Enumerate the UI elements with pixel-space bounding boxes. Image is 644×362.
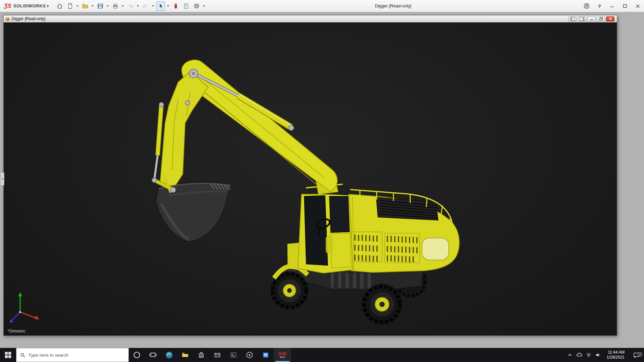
app-window-title: Digger [Read-only] (351, 0, 435, 12)
help-button[interactable]: ? (593, 0, 606, 12)
brand-name: SOLIDWORKS (13, 3, 46, 8)
store-icon (197, 351, 205, 359)
viewport-3d[interactable]: *Dimetric (4, 22, 617, 336)
chevron-up-icon (567, 352, 573, 358)
wifi-icon (586, 352, 592, 358)
open-folder-icon (82, 3, 89, 9)
doc-close-button[interactable] (606, 16, 614, 21)
rebuild-button[interactable] (171, 1, 180, 11)
cloud-icon (576, 352, 582, 358)
dropdown-caret-icon[interactable] (152, 1, 155, 11)
wheel-rear[interactable] (362, 284, 402, 325)
search-icon (20, 352, 25, 358)
blue-app-icon (262, 351, 270, 359)
account-button[interactable] (580, 0, 593, 12)
solidworks-app-icon: SW (278, 351, 287, 356)
view-orientation-label: *Dimetric (8, 328, 25, 334)
home-button[interactable] (55, 1, 64, 11)
doc-minimize-button[interactable] (587, 16, 596, 21)
edge-button[interactable] (161, 348, 177, 362)
clock-date: 1/29/2021 (607, 355, 625, 360)
app-minimize-button[interactable] (606, 0, 619, 12)
triad-x-axis (20, 312, 39, 319)
dropdown-caret-icon[interactable] (91, 1, 94, 11)
close-icon (636, 4, 640, 8)
close-icon (609, 17, 612, 20)
app-maximize-button[interactable] (619, 0, 631, 12)
search-input[interactable] (29, 353, 125, 358)
undo-button[interactable] (126, 1, 135, 11)
assembly-document-icon (5, 16, 10, 21)
doc-pane-right-button[interactable] (578, 16, 586, 21)
redo-button[interactable] (141, 1, 150, 11)
store-button[interactable] (193, 348, 209, 362)
hexagon-app-button[interactable] (241, 348, 258, 362)
cortana-icon (133, 351, 141, 359)
blue-app-button[interactable] (258, 348, 274, 362)
document-window: Digger [Read-only] (3, 15, 617, 336)
mail-icon (213, 351, 221, 359)
new-document-icon (67, 3, 73, 9)
file-explorer-button[interactable] (177, 348, 193, 362)
rebuild-icon (172, 3, 179, 9)
excavator-model[interactable] (4, 22, 617, 336)
doc-pane-left-button[interactable] (569, 16, 577, 21)
document-titlebar[interactable]: Digger [Read-only] (4, 15, 617, 22)
dipper-arm[interactable] (160, 71, 208, 190)
start-button[interactable] (0, 348, 16, 362)
edge-icon (165, 351, 173, 359)
document-title: Digger [Read-only] (12, 16, 45, 21)
onedrive-button[interactable] (575, 352, 584, 358)
taskbar-search[interactable] (16, 348, 129, 362)
pane-right-icon (580, 17, 585, 21)
mail-button[interactable] (209, 348, 225, 362)
select-button[interactable] (156, 1, 165, 11)
cab[interactable] (298, 183, 353, 273)
dropdown-caret-icon[interactable] (121, 1, 124, 11)
dropdown-caret-icon[interactable] (167, 1, 170, 11)
options-button[interactable] (192, 1, 201, 11)
open-button[interactable] (81, 1, 90, 11)
print-icon (112, 3, 119, 9)
bucket[interactable] (156, 183, 230, 241)
task-view-button[interactable] (145, 348, 161, 362)
boom-apex-pin-center (192, 72, 195, 75)
clock-time: 11:44 AM (608, 350, 625, 355)
home-icon (56, 3, 63, 9)
brand-expand-icon[interactable] (46, 0, 51, 12)
minimize-icon (590, 17, 594, 20)
volume-button[interactable] (593, 352, 603, 358)
taskbar: SW 2021 (0, 348, 644, 362)
solidworks-brand[interactable]: ƷS SOLIDWORKS (0, 3, 46, 9)
network-button[interactable] (584, 352, 593, 358)
help-icon: ? (598, 3, 601, 9)
hidden-icons-button[interactable] (565, 352, 575, 358)
save-button[interactable] (96, 1, 105, 11)
cortana-button[interactable] (129, 348, 145, 362)
restore-icon (599, 17, 603, 20)
titlebar-controls: ? (580, 0, 644, 12)
action-center-button[interactable]: 2 (629, 352, 644, 358)
dropdown-caret-icon[interactable] (106, 1, 109, 11)
solidworks-taskbar-button[interactable]: SW 2021 (274, 348, 291, 362)
collapsed-panel-tab[interactable] (1, 172, 4, 186)
dipper-pin (185, 101, 190, 105)
maximize-icon (623, 4, 627, 8)
document-window-controls (569, 16, 615, 21)
doc-restore-button[interactable] (597, 16, 605, 21)
dropdown-caret-icon[interactable] (137, 1, 140, 11)
redo-icon (142, 3, 149, 9)
taskbar-clock[interactable]: 11:44 AM 1/29/2021 (603, 350, 629, 360)
notification-badge: 2 (638, 352, 642, 357)
print-button[interactable] (111, 1, 120, 11)
triad-y-axis (18, 292, 22, 312)
terminal-button[interactable] (225, 348, 241, 362)
app-close-button[interactable] (631, 0, 644, 12)
new-document-button[interactable] (66, 1, 74, 11)
account-icon (584, 3, 590, 9)
dropdown-caret-icon[interactable] (76, 1, 79, 11)
file-properties-button[interactable] (182, 1, 191, 11)
minimize-icon (610, 4, 614, 8)
file-properties-icon (183, 3, 190, 9)
dropdown-caret-icon[interactable] (203, 1, 206, 11)
